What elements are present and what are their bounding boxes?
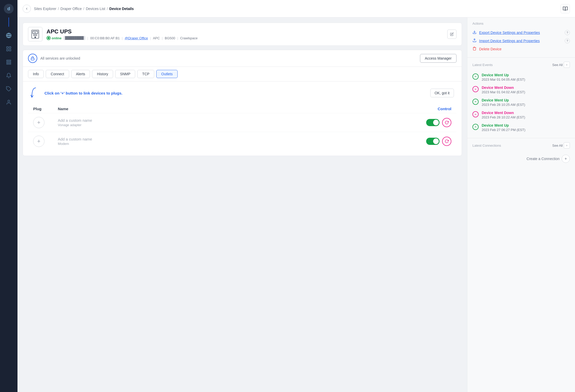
device-site-link[interactable]: @Draper Office xyxy=(125,36,148,40)
event-time-4: 2023 Feb 28 10:22 AM (EST) xyxy=(482,115,525,119)
event-up-icon-3 xyxy=(472,99,479,105)
col-header-plug: Plug xyxy=(33,107,54,111)
right-panel: Actions Export Device Settings and Prope… xyxy=(467,17,575,392)
event-body-1: Device Went Up 2023 Mar 01 04:05 AM (EST… xyxy=(482,73,525,81)
outlet-2-controls xyxy=(426,137,451,146)
ok-got-it-button[interactable]: OK, got it xyxy=(430,89,454,97)
toggle-2-knob xyxy=(433,138,439,144)
sidebar-item-globe[interactable] xyxy=(3,30,14,41)
event-body-3: Device Went Up 2023 Feb 28 10:25 AM (EST… xyxy=(482,98,525,107)
breadcrumb-sites[interactable]: Sites Explorer xyxy=(34,7,56,11)
svg-point-15 xyxy=(35,37,36,38)
create-connection-button[interactable]: + xyxy=(562,155,570,163)
edit-button[interactable] xyxy=(447,30,457,39)
event-time-3: 2023 Feb 28 10:25 AM (EST) xyxy=(482,103,525,107)
outlet-row-2: + Add a custom name Modem xyxy=(28,132,457,151)
tab-tcp[interactable]: TCP xyxy=(137,70,154,78)
back-button[interactable] xyxy=(23,5,31,13)
import-icon xyxy=(472,38,477,43)
connections-header: Latest Connections See All › xyxy=(472,142,570,148)
event-time-1: 2023 Mar 01 04:05 AM (EST) xyxy=(482,78,525,81)
event-title-2: Device Went Down xyxy=(482,86,525,90)
outlet-1-toggle[interactable] xyxy=(426,119,440,126)
access-manager-button[interactable]: Access Manager xyxy=(420,54,457,63)
tab-alerts[interactable]: Alerts xyxy=(71,70,90,78)
main-content: APC UPS online ██████████ | 00:C0:BB:B0:… xyxy=(17,17,467,392)
create-connection-row: Create a Connection + xyxy=(472,152,570,166)
tab-snmp[interactable]: SNMP xyxy=(115,70,135,78)
events-header: Latest Events See All › xyxy=(472,62,570,68)
outlet-1-custom-name: Add a custom name xyxy=(58,118,422,123)
status-dot-inner xyxy=(48,37,50,39)
sidebar-item-puzzle[interactable] xyxy=(3,83,14,95)
tab-outlets[interactable]: Outlets xyxy=(156,70,177,78)
import-info-icon[interactable]: ? xyxy=(565,38,570,43)
breadcrumb-draper[interactable]: Draper Office xyxy=(60,7,82,11)
connections-title: Latest Connections xyxy=(472,144,552,147)
toggle-1-knob xyxy=(433,120,439,125)
sidebar-item-bell[interactable] xyxy=(3,70,14,81)
book-icon-button[interactable] xyxy=(561,4,570,13)
hint-arrow-wrap xyxy=(31,87,38,99)
export-link[interactable]: Export Device Settings and Properties xyxy=(479,31,562,35)
breadcrumb-current: Device Details xyxy=(109,7,134,11)
tab-history[interactable]: History xyxy=(92,70,113,78)
connections-section: Latest Connections See All › Create a Co… xyxy=(467,138,575,170)
event-title-1: Device Went Up xyxy=(482,73,525,77)
events-chevron-icon: › xyxy=(564,62,570,68)
sidebar-item-user[interactable] xyxy=(3,97,14,108)
outlet-plus-button-1[interactable]: + xyxy=(33,117,44,128)
event-item-2: Device Went Down 2023 Mar 01 04:02 AM (E… xyxy=(472,83,570,96)
breadcrumb-devices[interactable]: Devices List xyxy=(86,7,105,11)
event-body-2: Device Went Down 2023 Mar 01 04:02 AM (E… xyxy=(482,86,525,94)
sidebar-item-grid[interactable] xyxy=(3,43,14,54)
outlet-plus-button-2[interactable]: + xyxy=(33,136,44,147)
actions-title: Actions xyxy=(472,22,570,25)
event-down-icon-2 xyxy=(472,86,479,92)
delete-action[interactable]: Delete Device xyxy=(472,45,570,53)
connections-see-all[interactable]: See All › xyxy=(552,142,570,148)
device-name: APC UPS xyxy=(47,28,443,35)
tab-info[interactable]: Info xyxy=(28,70,44,78)
sidebar-item-list[interactable] xyxy=(3,57,14,68)
import-link[interactable]: Import Device Settings and Properties xyxy=(479,39,562,43)
outlet-2-custom-name: Add a custom name xyxy=(58,137,422,141)
breadcrumb-sep-1: / xyxy=(58,7,59,11)
detail-card: All services are unlocked Access Manager… xyxy=(23,50,462,156)
event-item-3: Device Went Up 2023 Feb 28 10:25 AM (EST… xyxy=(472,96,570,109)
device-ip: ██████████ xyxy=(63,36,85,40)
device-info: APC UPS online ██████████ | 00:C0:BB:B0:… xyxy=(47,28,443,40)
device-header: APC UPS online ██████████ | 00:C0:BB:B0:… xyxy=(23,23,462,46)
col-header-name: Name xyxy=(58,107,416,111)
lock-icon xyxy=(28,54,37,63)
hint-text: Click on '+' button to link devices to p… xyxy=(44,91,425,95)
event-item-4: Device Went Down 2023 Feb 28 10:22 AM (E… xyxy=(472,109,570,121)
outlet-1-refresh-button[interactable] xyxy=(442,118,451,127)
import-action: Import Device Settings and Properties ? xyxy=(472,37,570,45)
export-info-icon[interactable]: ? xyxy=(565,30,570,35)
tabs-bar: Info Connect Alerts History SNMP TCP Out… xyxy=(23,67,462,81)
event-item-5: Device Went Up 2023 Feb 27 06:27 PM (EST… xyxy=(472,121,570,134)
outlet-2-device-name: Modem xyxy=(58,142,422,146)
connections-chevron-icon: › xyxy=(564,142,570,148)
device-location: Crawlspace xyxy=(180,36,198,40)
sidebar-nav xyxy=(3,28,14,392)
hint-container: Click on '+' button to link devices to p… xyxy=(28,87,457,99)
event-time-5: 2023 Feb 27 06:27 PM (EST) xyxy=(482,128,525,132)
svg-rect-16 xyxy=(31,58,34,60)
tab-connect[interactable]: Connect xyxy=(46,70,69,78)
active-indicator xyxy=(8,17,9,27)
outlet-2-refresh-button[interactable] xyxy=(442,137,451,146)
outlet-table-header: Plug Name Control xyxy=(28,105,457,113)
events-see-all[interactable]: See All › xyxy=(552,62,570,68)
logo-circle: d xyxy=(4,4,14,14)
svg-rect-4 xyxy=(7,49,8,51)
event-down-icon-4 xyxy=(472,111,479,117)
svg-rect-3 xyxy=(9,47,11,48)
svg-point-10 xyxy=(8,100,10,102)
actions-section: Actions Export Device Settings and Prope… xyxy=(467,17,575,58)
access-status-text: All services are unlocked xyxy=(40,56,417,60)
outlet-2-toggle[interactable] xyxy=(426,138,440,145)
device-icon xyxy=(28,27,42,41)
device-mac: 00:C0:BB:B0:AF:B1 xyxy=(90,36,120,40)
